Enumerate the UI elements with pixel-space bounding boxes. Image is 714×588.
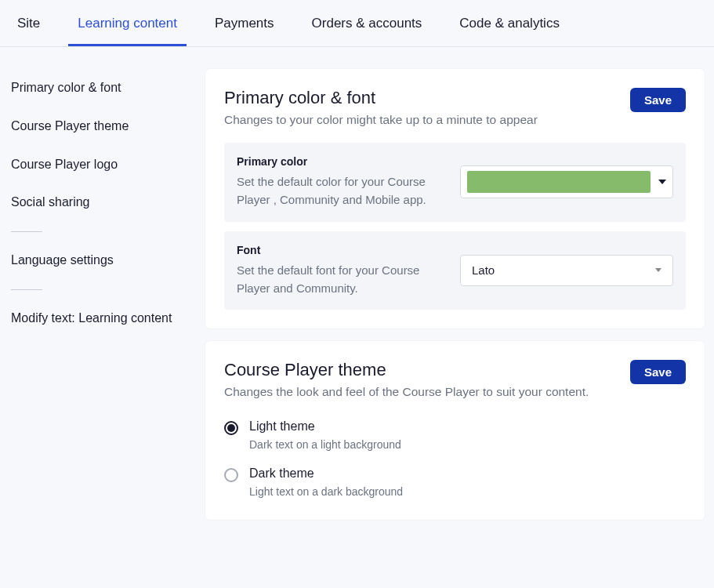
sidebar-divider bbox=[11, 231, 42, 232]
panel-primary-color: Primary color Set the default color for … bbox=[224, 143, 686, 222]
radio-label: Dark theme bbox=[249, 466, 403, 481]
card-subtitle: Changes the look and feel of the Course … bbox=[224, 385, 589, 399]
save-button[interactable]: Save bbox=[630, 88, 686, 112]
panel-description: Set the default color for your Course Pl… bbox=[237, 172, 441, 209]
panel-label: Primary color bbox=[237, 155, 441, 168]
card-subtitle: Changes to your color might take up to a… bbox=[224, 113, 538, 127]
font-select[interactable]: Lato bbox=[460, 255, 673, 286]
sidebar-item-language-settings[interactable]: Language settings bbox=[11, 241, 205, 280]
color-picker[interactable] bbox=[460, 165, 673, 198]
radio-option-dark[interactable]: Dark theme Light text on a dark backgrou… bbox=[224, 466, 686, 498]
tab-payments[interactable]: Payments bbox=[215, 2, 274, 45]
radio-sublabel: Dark text on a light background bbox=[249, 438, 401, 451]
chevron-down-icon bbox=[658, 180, 666, 184]
card-title: Course Player theme bbox=[224, 360, 589, 380]
top-nav: Site Learning content Payments Orders & … bbox=[0, 0, 714, 47]
sidebar-item-primary-color-font[interactable]: Primary color & font bbox=[11, 69, 205, 107]
main-content: Primary color & font Changes to your col… bbox=[205, 69, 705, 532]
sidebar-item-modify-text[interactable]: Modify text: Learning content bbox=[11, 299, 205, 338]
save-button[interactable]: Save bbox=[630, 360, 686, 384]
radio-sublabel: Light text on a dark background bbox=[249, 485, 403, 498]
panel-font: Font Set the default font for your Cours… bbox=[224, 231, 686, 310]
tab-site[interactable]: Site bbox=[17, 2, 40, 45]
card-course-player-theme: Course Player theme Changes the look and… bbox=[205, 341, 705, 520]
tab-orders-accounts[interactable]: Orders & accounts bbox=[312, 2, 422, 45]
radio-option-light[interactable]: Light theme Dark text on a light backgro… bbox=[224, 419, 686, 451]
tab-code-analytics[interactable]: Code & analytics bbox=[459, 2, 560, 45]
tab-learning-content[interactable]: Learning content bbox=[78, 2, 177, 45]
sidebar: Primary color & font Course Player theme… bbox=[11, 69, 205, 338]
theme-radio-group: Light theme Dark text on a light backgro… bbox=[224, 419, 686, 498]
sidebar-item-course-player-logo[interactable]: Course Player logo bbox=[11, 146, 205, 184]
panel-description: Set the default font for your Course Pla… bbox=[237, 261, 441, 298]
card-primary-color-font: Primary color & font Changes to your col… bbox=[205, 69, 705, 328]
chevron-down-icon bbox=[655, 268, 661, 272]
radio-icon bbox=[224, 421, 238, 435]
radio-inner-icon bbox=[227, 424, 235, 432]
radio-icon bbox=[224, 468, 238, 482]
sidebar-item-course-player-theme[interactable]: Course Player theme bbox=[11, 107, 205, 146]
panel-label: Font bbox=[237, 244, 441, 256]
sidebar-divider bbox=[11, 289, 42, 290]
radio-label: Light theme bbox=[249, 419, 401, 434]
card-title: Primary color & font bbox=[224, 88, 538, 108]
sidebar-item-social-sharing[interactable]: Social sharing bbox=[11, 183, 205, 222]
select-value: Lato bbox=[472, 263, 655, 277]
color-swatch bbox=[467, 171, 651, 193]
